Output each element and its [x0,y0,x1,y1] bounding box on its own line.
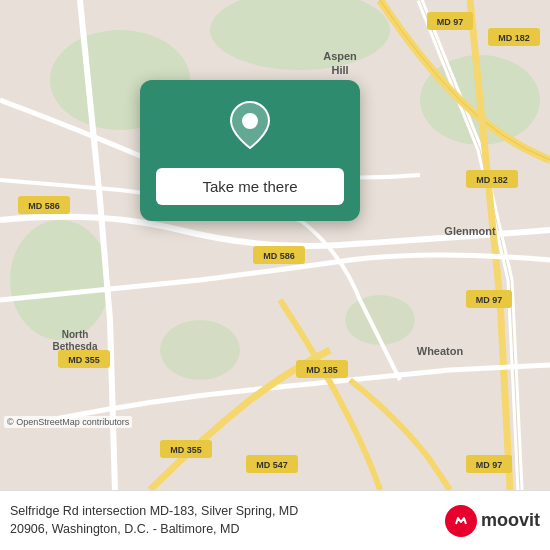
svg-text:Bethesda: Bethesda [52,341,97,352]
bottom-bar: Selfridge Rd intersection MD-183, Silver… [0,490,550,550]
moovit-logo-icon [445,505,477,537]
svg-text:MD 182: MD 182 [498,33,530,43]
svg-text:MD 586: MD 586 [263,251,295,261]
address-text: Selfridge Rd intersection MD-183, Silver… [10,503,445,538]
svg-point-4 [10,220,110,340]
svg-text:MD 355: MD 355 [68,355,100,365]
moovit-logo: moovit [445,505,540,537]
location-pin-icon [228,100,272,154]
svg-text:MD 586: MD 586 [28,201,60,211]
svg-text:Wheaton: Wheaton [417,345,464,357]
map-container: MD 97 MD 182 MD 586 MD 586 MD 182 MD 97 … [0,0,550,490]
svg-text:MD 97: MD 97 [476,460,503,470]
moovit-text: moovit [481,510,540,531]
svg-text:MD 182: MD 182 [476,175,508,185]
svg-text:North: North [62,329,89,340]
svg-text:Glenmont: Glenmont [444,225,496,237]
take-me-there-button[interactable]: Take me there [156,168,344,205]
svg-text:MD 547: MD 547 [256,460,288,470]
svg-point-35 [242,113,258,129]
osm-attribution: © OpenStreetMap contributors [4,416,132,428]
svg-text:MD 185: MD 185 [306,365,338,375]
svg-text:Hill: Hill [331,64,348,76]
svg-text:Aspen: Aspen [323,50,357,62]
svg-text:MD 97: MD 97 [476,295,503,305]
map-popup: Take me there [140,80,360,221]
svg-text:MD 97: MD 97 [437,17,464,27]
svg-text:MD 355: MD 355 [170,445,202,455]
svg-point-5 [160,320,240,380]
